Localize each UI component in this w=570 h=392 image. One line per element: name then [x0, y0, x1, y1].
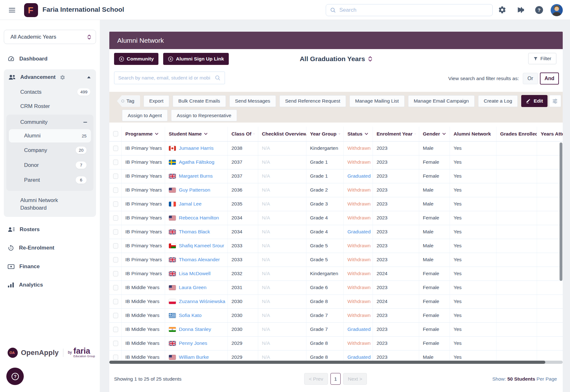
- student-name-link[interactable]: William Burke: [179, 354, 209, 360]
- row-checkbox[interactable]: [113, 174, 118, 179]
- student-name-link[interactable]: Rebecca Hamilton: [179, 215, 219, 221]
- prev-page-button[interactable]: < Prev: [304, 373, 328, 385]
- alumni-network-value: Yes: [450, 197, 496, 211]
- add-community-button[interactable]: Community: [114, 53, 158, 65]
- alumni-signup-link-button[interactable]: Alumni Sign Up Link: [163, 53, 229, 65]
- toolbar-button-assign-to-representative[interactable]: Assign to Representative: [171, 110, 237, 121]
- student-name-link[interactable]: Thomas Black: [179, 229, 210, 235]
- table-header-row: ProgrammeStudent NameClass OfChecklist O…: [109, 127, 563, 141]
- student-name-link[interactable]: Guy Patterson: [179, 187, 210, 193]
- row-checkbox[interactable]: [113, 299, 118, 304]
- sidebar-item-alumni[interactable]: Alumni25: [9, 129, 91, 142]
- student-name-link[interactable]: Jumaane Harris: [179, 145, 214, 151]
- row-checkbox[interactable]: [113, 313, 118, 318]
- help-fab-button[interactable]: ?: [6, 368, 24, 385]
- enrolment-year-value: 2023: [373, 322, 419, 336]
- checklist-value: N/A: [262, 257, 270, 262]
- column-header-alumni-network[interactable]: Alumni Network: [450, 127, 496, 141]
- row-checkbox[interactable]: [113, 229, 118, 235]
- global-search-input[interactable]: [339, 7, 489, 13]
- column-header-gender[interactable]: Gender: [419, 127, 450, 141]
- student-name-link[interactable]: Thomas Alexander: [179, 257, 220, 262]
- row-checkbox[interactable]: [113, 201, 118, 207]
- hamburger-menu-icon[interactable]: [9, 7, 15, 14]
- next-page-button[interactable]: Next >: [343, 373, 367, 385]
- toolbar-button-send-messages[interactable]: Send Messages: [229, 95, 276, 107]
- sidebar-item-alumni-network-dashboard[interactable]: Alumni Network Dashboard: [4, 192, 83, 214]
- toolbar-button-bulk-create-emails[interactable]: Bulk Create Emails: [173, 95, 226, 107]
- toolbar-button-tag[interactable]: Tag: [117, 95, 140, 107]
- row-checkbox[interactable]: [113, 187, 118, 193]
- student-name-link[interactable]: Agatha Fältskog: [179, 159, 215, 165]
- select-all-checkbox[interactable]: [113, 131, 118, 136]
- current-page-button[interactable]: 1: [330, 373, 341, 385]
- row-checkbox[interactable]: [113, 243, 118, 249]
- faria-logo[interactable]: F: [24, 3, 38, 17]
- toolbar-button-manage-mailing-list[interactable]: Manage Mailing List: [349, 95, 405, 107]
- student-name-link[interactable]: Shafiq Kameel Srour: [179, 243, 224, 249]
- horizontal-scrollbar[interactable]: [109, 361, 545, 364]
- row-checkbox[interactable]: [113, 160, 118, 165]
- column-header-programme[interactable]: Programme: [121, 127, 165, 141]
- sidebar-item-company[interactable]: Company20: [9, 143, 91, 157]
- toolbar-button-send-reference-request[interactable]: Send Reference Request: [279, 95, 346, 107]
- row-checkbox[interactable]: [113, 271, 118, 276]
- column-header-class-of[interactable]: Class Of: [227, 127, 258, 141]
- student-name-link[interactable]: Zuzanna Wiśniewska: [179, 299, 225, 304]
- column-header-student-name[interactable]: Student Name: [165, 127, 227, 141]
- column-header-year-group[interactable]: Year Group: [306, 127, 343, 141]
- student-search-input[interactable]: [118, 75, 215, 81]
- toolbar-button-assign-to-agent[interactable]: Assign to Agent: [122, 110, 168, 121]
- sidebar-item-rosters[interactable]: Rosters: [0, 223, 100, 237]
- row-checkbox[interactable]: [113, 355, 118, 360]
- student-name-link[interactable]: Donna Stanley: [179, 326, 211, 332]
- row-checkbox[interactable]: [113, 146, 118, 151]
- help-icon[interactable]: ?: [535, 6, 543, 14]
- academic-year-selector[interactable]: All Academic Years: [4, 30, 96, 44]
- row-checkbox[interactable]: [113, 257, 118, 262]
- toolbar-button-create-a-log[interactable]: Create a Log: [478, 95, 518, 107]
- vertical-scrollbar[interactable]: [560, 142, 562, 281]
- global-search[interactable]: [326, 4, 493, 16]
- collapse-caret-icon[interactable]: [87, 76, 91, 79]
- grades-enrolled-value: [496, 155, 537, 169]
- sidebar-item-donor[interactable]: Donor7: [9, 158, 91, 172]
- edit-button[interactable]: Edit: [521, 95, 547, 107]
- and-toggle-button[interactable]: And: [540, 73, 559, 85]
- student-name-link[interactable]: Penny Jones: [179, 340, 208, 346]
- student-name-link[interactable]: Lisa McDowell: [179, 271, 211, 276]
- student-name-link[interactable]: Jamal Lee: [179, 201, 202, 207]
- student-search[interactable]: [114, 72, 225, 84]
- advancement-settings-icon[interactable]: [60, 75, 65, 80]
- row-checkbox[interactable]: [113, 215, 118, 221]
- sidebar-item-advancement[interactable]: Advancement: [4, 69, 96, 85]
- filter-button[interactable]: Filter: [528, 53, 556, 64]
- flag-gb-icon: [169, 341, 176, 346]
- or-toggle-button[interactable]: Or: [523, 73, 538, 84]
- announcements-megaphone-icon[interactable]: [516, 6, 525, 14]
- toolbar-button-export[interactable]: Export: [144, 95, 169, 107]
- row-checkbox[interactable]: [113, 285, 118, 290]
- sidebar-item-contacts[interactable]: Contacts 499: [4, 85, 96, 99]
- column-header-status[interactable]: Status: [343, 127, 373, 141]
- sidebar-item-dashboard[interactable]: Dashboard: [0, 52, 100, 66]
- row-checkbox[interactable]: [113, 341, 118, 346]
- sidebar-item-analytics[interactable]: Analytics: [0, 278, 100, 292]
- column-header-enrolment-year[interactable]: Enrolment Year: [373, 127, 419, 141]
- sidebar-item-finance[interactable]: Finance: [0, 260, 100, 274]
- settings-gear-icon[interactable]: [498, 6, 506, 14]
- sidebar-item-community[interactable]: Community: [6, 115, 93, 129]
- student-name-link[interactable]: Sofia Kato: [179, 313, 202, 318]
- graduation-years-selector[interactable]: All Graduation Years: [300, 55, 372, 63]
- grades-enrolled-value: [496, 141, 537, 155]
- per-page-selector[interactable]: Show: 50 Students Per Page: [367, 376, 557, 382]
- user-avatar[interactable]: [551, 4, 563, 16]
- student-name-link[interactable]: Laura Green: [179, 285, 207, 290]
- row-checkbox[interactable]: [113, 327, 118, 332]
- column-settings-button[interactable]: [549, 95, 561, 107]
- toolbar-button-manage-email-campaign[interactable]: Manage Email Campaign: [408, 95, 475, 107]
- sidebar-item-crm-roster[interactable]: CRM Roster: [4, 99, 96, 113]
- sidebar-item-re-enrolment[interactable]: Re-Enrolment: [0, 241, 100, 255]
- student-name-link[interactable]: Margaret Burns: [179, 173, 213, 179]
- sidebar-item-parent[interactable]: Parent6: [9, 173, 91, 187]
